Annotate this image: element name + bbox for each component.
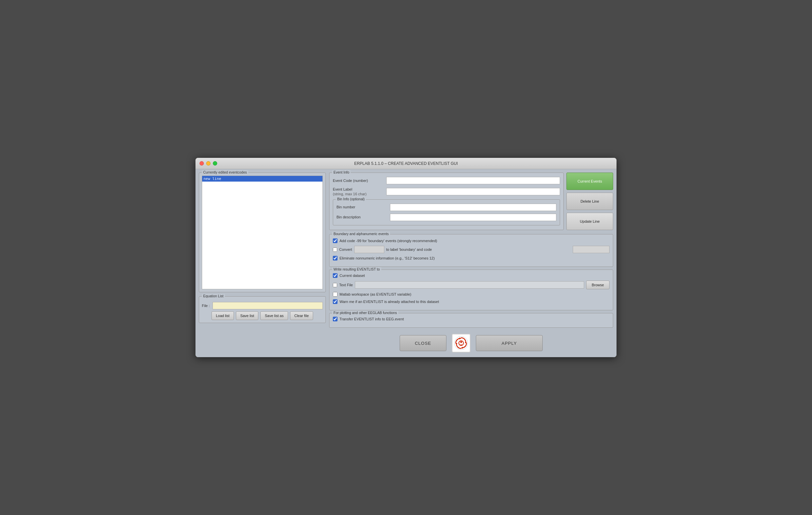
bin-number-label: Bin number <box>337 205 390 209</box>
eliminate-checkbox[interactable] <box>333 256 338 261</box>
eliminate-row: Eliminate nonnumeric information (e.g., … <box>333 256 609 261</box>
maximize-traffic-light[interactable] <box>213 161 217 165</box>
plotting-label: For plotting and other EEGLAB functions <box>332 311 398 315</box>
event-code-row: Event Code (number) <box>333 177 560 184</box>
convert-input2[interactable] <box>573 246 609 253</box>
bin-description-label: Bin description <box>337 215 390 219</box>
current-events-button[interactable]: Current Events <box>567 172 613 190</box>
right-top: Event Info Event Code (number) Event Lab… <box>329 172 613 230</box>
equation-buttons: Load list Save list Save list as Clear f… <box>202 311 323 320</box>
event-label-row: Event Label (string, max 16 char) <box>333 187 560 197</box>
text-file-checkbox[interactable] <box>333 283 337 287</box>
add-code-label: Add code -99 for 'boundary' events (stro… <box>340 239 437 243</box>
svg-point-6 <box>461 342 462 343</box>
write-label: Write resulting EVENTLIST to <box>332 267 381 271</box>
action-row: CLOSE <box>329 330 613 354</box>
highlighted-line: new line <box>202 176 322 182</box>
minimize-traffic-light[interactable] <box>206 161 210 165</box>
window-title: ERPLAB 5.1.1.0 – CREATE ADVANCED EVENTLI… <box>354 161 458 166</box>
boundary-section: Boundary and alphanumeric events Add cod… <box>329 234 613 267</box>
bin-description-row: Bin description <box>337 214 556 221</box>
eventcodes-group: Currently edited eventcodes new line <box>199 172 326 292</box>
main-window: ERPLAB 5.1.1.0 – CREATE ADVANCED EVENTLI… <box>196 158 616 357</box>
current-dataset-checkbox[interactable] <box>333 273 338 278</box>
transfer-row: Transfer EVENTLIST info to EEG.event <box>333 317 609 321</box>
event-label-label: Event Label (string, max 16 char) <box>333 187 386 197</box>
current-dataset-row: Current dataset <box>333 273 609 278</box>
text-file-row: Text File Browse <box>333 280 609 289</box>
convert-to-label: to label 'boundary' and code <box>386 247 571 251</box>
plotting-section: For plotting and other EEGLAB functions … <box>329 313 613 328</box>
traffic-lights <box>200 161 217 165</box>
current-dataset-label: Current dataset <box>340 274 365 277</box>
load-list-button[interactable]: Load list <box>211 311 234 320</box>
erplab-logo-button[interactable] <box>452 334 470 352</box>
left-panel: Currently edited eventcodes new line Equ… <box>199 172 326 354</box>
bin-number-row: Bin number <box>337 204 556 211</box>
warn-label: Warn me if an EVENTLIST is already attac… <box>340 300 439 304</box>
add-code-row: Add code -99 for 'boundary' events (stro… <box>333 239 609 243</box>
save-list-as-button[interactable]: Save list as <box>260 311 288 320</box>
apply-button[interactable]: APPLY <box>476 335 543 351</box>
matlab-workspace-label: Matlab workspace (as EVENTLIST variable) <box>340 292 411 296</box>
bin-info-section: Bin Info (optional) Bin number Bin descr… <box>333 199 560 225</box>
clear-file-button[interactable]: Clear file <box>290 311 313 320</box>
equation-list-label: Equation List <box>202 294 225 298</box>
matlab-workspace-checkbox[interactable] <box>333 292 338 297</box>
event-info-box: Event Info Event Code (number) Event Lab… <box>329 172 564 230</box>
warn-checkbox[interactable] <box>333 299 338 304</box>
add-code-checkbox[interactable] <box>333 239 338 243</box>
save-list-button[interactable]: Save list <box>236 311 259 320</box>
main-content: Currently edited eventcodes new line Equ… <box>196 169 616 357</box>
update-line-button[interactable]: Update Line <box>567 213 613 230</box>
text-file-label: Text File <box>339 283 353 287</box>
boundary-label: Boundary and alphanumeric events <box>332 232 390 236</box>
convert-input[interactable] <box>354 246 384 253</box>
write-section: Write resulting EVENTLIST to Current dat… <box>329 270 613 310</box>
event-code-label: Event Code (number) <box>333 178 386 183</box>
matlab-workspace-row: Matlab workspace (as EVENTLIST variable) <box>333 292 609 297</box>
bin-info-label: Bin Info (optional) <box>336 197 366 201</box>
close-button[interactable]: CLOSE <box>400 335 446 351</box>
text-file-input[interactable] <box>355 281 584 289</box>
convert-row: Convert to label 'boundary' and code <box>333 246 609 253</box>
bin-number-input[interactable] <box>390 204 556 211</box>
transfer-label: Transfer EVENTLIST info to EEG.event <box>340 317 404 321</box>
file-row: File : <box>202 302 323 309</box>
convert-checkbox[interactable] <box>333 247 337 252</box>
transfer-checkbox[interactable] <box>333 317 338 321</box>
eliminate-label: Eliminate nonnumeric information (e.g., … <box>340 256 435 260</box>
right-side-buttons: Current Events Delete Line Update Line <box>567 172 613 230</box>
delete-line-button[interactable]: Delete Line <box>567 193 613 210</box>
file-input[interactable] <box>212 302 323 309</box>
titlebar: ERPLAB 5.1.1.0 – CREATE ADVANCED EVENTLI… <box>196 158 616 169</box>
event-label-input[interactable] <box>386 188 560 195</box>
bin-description-input[interactable] <box>390 214 556 221</box>
close-traffic-light[interactable] <box>200 161 204 165</box>
right-panel: Event Info Event Code (number) Event Lab… <box>329 172 613 354</box>
eventcodes-label: Currently edited eventcodes <box>202 170 248 174</box>
convert-label: Convert <box>339 247 352 251</box>
browse-button[interactable]: Browse <box>586 280 609 289</box>
event-code-input[interactable] <box>386 177 560 184</box>
eventcodes-container[interactable]: new line <box>202 175 323 289</box>
file-label: File : <box>202 304 210 308</box>
erplab-logo-icon <box>454 336 468 350</box>
warn-row: Warn me if an EVENTLIST is already attac… <box>333 299 609 304</box>
event-info-label: Event Info <box>332 170 351 174</box>
equation-list-group: Equation List File : Load list Save list… <box>199 296 326 323</box>
